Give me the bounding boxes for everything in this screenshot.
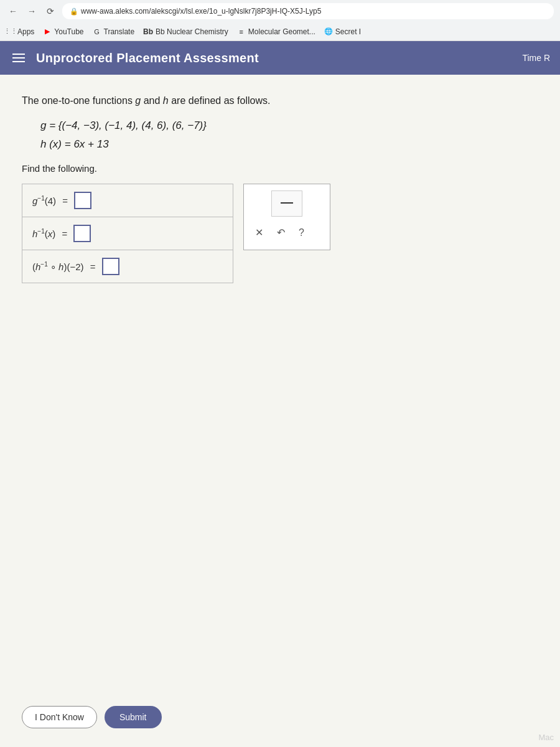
apps-icon: ⋮⋮ [6,27,15,36]
submit-button[interactable]: Submit [105,706,162,728]
app-wrapper: Unproctored Placement Assessment Time R … [0,41,560,747]
fraction-denominator [281,204,293,212]
fraction-button[interactable] [271,190,302,217]
g-definition: g = {(−4, −3), (−1, 4), (4, 6), (6, −7)} [40,120,538,132]
bookmark-translate[interactable]: G Translate [93,27,135,36]
reload-button[interactable]: ⟳ [44,4,57,18]
forward-button[interactable]: → [25,4,39,18]
table-row: g−1(4) = [22,184,233,217]
hamburger-line-1 [12,54,25,55]
bookmark-nuclear-chemistry[interactable]: Bb Bb Nuclear Chemistry [143,27,228,36]
youtube-label: YouTube [54,27,83,36]
table-row: (h−1 ∘ h)(−2) = [22,250,233,283]
help-button[interactable]: ? [296,226,307,240]
time-remaining: Time R [522,53,550,63]
header-left: Unproctored Placement Assessment [10,51,259,65]
lock-icon: 🔒 [70,7,78,16]
row2-math: h−1(x) = [32,225,223,242]
molecular-label: Molecular Geomet... [248,27,315,36]
molecular-icon: ≡ [237,27,246,36]
row1-math: g−1(4) = [32,192,223,209]
nuclear-label: Bb Nuclear Chemistry [156,27,228,36]
keypad-panel: ✕ ↶ ? [243,184,330,250]
hamburger-line-2 [12,57,25,59]
page-title: Unproctored Placement Assessment [36,51,259,65]
translate-icon: G [93,27,101,36]
bookmarks-row: ⋮⋮ Apps ▶ YouTube G Translate Bb Bb Nucl… [0,22,560,41]
secret-icon: 🌐 [324,27,333,36]
apps-label: Apps [17,27,34,36]
fraction-numerator [281,195,293,204]
browser-chrome: ← → ⟳ 🔒 www-awa.aleks.com/alekscgi/x/lsl… [0,0,560,41]
url-text: www-awa.aleks.com/alekscgi/x/lsl.exe/1o_… [81,7,321,16]
answer-input-1[interactable] [74,192,91,209]
keypad-controls: ✕ ↶ ? [250,222,324,243]
undo-button[interactable]: ↶ [274,225,287,240]
answer-input-3[interactable] [102,258,119,275]
row2-label: h−1(x) = [22,217,233,250]
address-bar[interactable]: 🔒 www-awa.aleks.com/alekscgi/x/lsl.exe/1… [62,3,554,19]
bookmark-molecular[interactable]: ≡ Molecular Geomet... [237,27,315,36]
hamburger-menu[interactable] [10,51,27,65]
header-bar: Unproctored Placement Assessment Time R [0,41,560,75]
hamburger-line-3 [12,61,25,62]
secret-label: Secret I [335,27,361,36]
answer-input-2[interactable] [73,225,91,242]
bookmark-apps[interactable]: ⋮⋮ Apps [6,27,34,36]
back-button[interactable]: ← [6,4,20,18]
row3-math: (h−1 ∘ h)(−2) = [32,258,223,275]
dont-know-button[interactable]: I Don't Know [22,706,97,728]
bottom-buttons: I Don't Know Submit [22,706,162,728]
row3-label: (h−1 ∘ h)(−2) = [22,250,233,283]
row1-label: g−1(4) = [22,184,233,217]
h-definition: h (x) = 6x + 13 [40,138,538,151]
question-intro: The one-to-one functions g and h are def… [22,93,538,108]
find-instruction: Find the following. [22,163,538,174]
address-bar-row: ← → ⟳ 🔒 www-awa.aleks.com/alekscgi/x/lsl… [0,0,560,22]
bookmark-secret[interactable]: 🌐 Secret I [324,27,361,36]
answer-section: g−1(4) = h−1(x) = [22,184,538,283]
clear-button[interactable]: ✕ [253,225,266,240]
content-area: The one-to-one functions g and h are def… [0,75,560,747]
answer-table: g−1(4) = h−1(x) = [22,184,233,283]
youtube-icon: ▶ [43,27,52,36]
footer-label: Mac [538,733,554,742]
bookmark-youtube[interactable]: ▶ YouTube [43,27,83,36]
table-row: h−1(x) = [22,217,233,250]
translate-label: Translate [104,27,135,36]
bb-label: Bb [143,27,153,36]
